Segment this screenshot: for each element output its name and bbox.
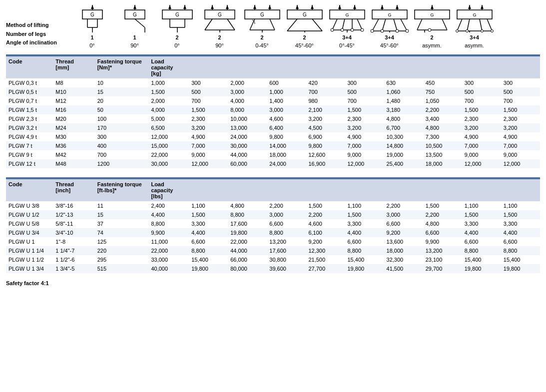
metric-cell-2-11: 700 bbox=[462, 96, 501, 105]
svg-line-77 bbox=[382, 19, 386, 31]
svg-text:G: G bbox=[388, 12, 391, 17]
imperial-cell-5-10: 13,200 bbox=[423, 246, 462, 255]
imperial-cell-4-11: 6,600 bbox=[462, 237, 501, 246]
metric-cell-8-0: PLGW 9 t bbox=[6, 150, 53, 159]
imperial-cell-5-12: 8,800 bbox=[501, 246, 540, 255]
metric-cell-5-7: 4,500 bbox=[306, 123, 345, 132]
imperial-cell-5-7: 12,300 bbox=[306, 246, 345, 255]
metric-cell-8-3: 22,000 bbox=[148, 150, 189, 159]
metric-cell-4-5: 10,000 bbox=[228, 114, 267, 123]
metric-cell-1-0: PLGW 0,5 t bbox=[6, 87, 53, 96]
imperial-cell-2-9: 6,600 bbox=[384, 219, 423, 228]
header-load: Load capacity[kg] bbox=[148, 56, 189, 78]
imperial-header-d4 bbox=[306, 179, 345, 201]
metric-cell-3-4: 1,500 bbox=[189, 105, 228, 114]
metric-cell-6-2: 300 bbox=[95, 132, 149, 141]
svg-point-83 bbox=[381, 29, 384, 32]
metric-cell-6-3: 12,000 bbox=[148, 132, 189, 141]
imperial-cell-3-12: 4,400 bbox=[501, 228, 540, 237]
svg-marker-1 bbox=[91, 5, 94, 9]
imperial-row: PLGW U 3/83/8"-16112,4001,1004,8002,2001… bbox=[6, 201, 540, 210]
metric-cell-2-1: M12 bbox=[53, 96, 94, 105]
diagram-10-angle: asymm. bbox=[465, 42, 484, 49]
imperial-cell-1-7: 2,200 bbox=[306, 210, 345, 219]
metric-cell-5-6: 6,400 bbox=[267, 123, 306, 132]
svg-line-79 bbox=[401, 19, 407, 31]
metric-cell-1-5: 3,000 bbox=[228, 87, 267, 96]
metric-cell-5-3: 6,500 bbox=[148, 123, 189, 132]
imperial-table-body: PLGW U 3/83/8"-16112,4001,1004,8002,2001… bbox=[6, 201, 540, 273]
svg-point-108 bbox=[466, 30, 468, 32]
svg-marker-35 bbox=[253, 5, 256, 9]
metric-cell-4-0: PLGW 2,3 t bbox=[6, 114, 53, 123]
diagram-3: G 2 0° bbox=[156, 5, 198, 49]
diagram-1-legs: 1 bbox=[90, 33, 93, 42]
imperial-cell-5-3: 22,000 bbox=[148, 246, 189, 255]
imperial-cell-1-2: 15 bbox=[95, 210, 149, 219]
metric-cell-3-2: 50 bbox=[95, 105, 149, 114]
metric-cell-7-12: 7,000 bbox=[501, 141, 540, 150]
imperial-cell-3-2: 74 bbox=[95, 228, 149, 237]
metric-cell-4-7: 3,200 bbox=[306, 114, 345, 123]
svg-line-102 bbox=[467, 19, 470, 31]
imperial-cell-1-5: 8,800 bbox=[228, 210, 267, 219]
metric-cell-0-9: 630 bbox=[384, 78, 423, 87]
metric-cell-1-1: M10 bbox=[53, 87, 94, 96]
header-code: Code bbox=[6, 56, 53, 78]
svg-line-104 bbox=[487, 19, 492, 31]
imperial-cell-2-5: 17,600 bbox=[228, 219, 267, 228]
imperial-cell-5-6: 17,600 bbox=[267, 246, 306, 255]
metric-cell-2-6: 1,400 bbox=[267, 96, 306, 105]
metric-row: PLGW 0,5 tM10151,5005003,0001,0007005001… bbox=[6, 87, 540, 96]
header-d1 bbox=[189, 56, 228, 78]
svg-marker-17 bbox=[183, 5, 186, 9]
metric-cell-9-1: M48 bbox=[53, 159, 94, 168]
diagram-8: G 3+4 45°-60° bbox=[368, 5, 411, 49]
imperial-cell-2-10: 4,800 bbox=[423, 219, 462, 228]
metric-cell-4-9: 4,800 bbox=[384, 114, 423, 123]
svg-line-101 bbox=[457, 19, 462, 31]
imperial-cell-0-8: 1,100 bbox=[345, 201, 384, 210]
imperial-cell-7-11: 19,800 bbox=[462, 264, 501, 273]
metric-cell-9-3: 30,000 bbox=[148, 159, 189, 168]
imperial-cell-3-0: PLGW U 3/4 bbox=[6, 228, 53, 237]
metric-cell-5-1: M24 bbox=[53, 123, 94, 132]
imperial-cell-6-2: 295 bbox=[95, 255, 149, 264]
header-d3 bbox=[267, 56, 306, 78]
metric-cell-1-6: 1,000 bbox=[267, 87, 306, 96]
svg-text:G: G bbox=[133, 12, 137, 17]
metric-cell-6-8: 4,900 bbox=[345, 132, 384, 141]
diagram-svg-3: G bbox=[160, 5, 195, 32]
imperial-header-d3 bbox=[267, 179, 306, 201]
metric-cell-9-8: 12,000 bbox=[345, 159, 384, 168]
imperial-cell-0-4: 1,100 bbox=[189, 201, 228, 210]
metric-cell-6-0: PLGW 4,9 t bbox=[6, 132, 53, 141]
imperial-cell-3-1: 3/4"-10 bbox=[53, 228, 94, 237]
safety-note: Safety factor 4:1 bbox=[6, 278, 540, 288]
svg-line-63 bbox=[357, 19, 362, 30]
metric-cell-2-3: 2,000 bbox=[148, 96, 189, 105]
imperial-cell-6-4: 15,400 bbox=[189, 255, 228, 264]
metric-cell-8-5: 44,000 bbox=[228, 150, 267, 159]
imperial-cell-2-6: 6,600 bbox=[267, 219, 306, 228]
header-d4 bbox=[306, 56, 345, 78]
imperial-header-d8 bbox=[462, 179, 501, 201]
metric-cell-6-4: 4,900 bbox=[189, 132, 228, 141]
diagram-4: G 2 90° bbox=[198, 5, 241, 49]
imperial-row: PLGW U 1/21/2"-13154,4001,5008,8003,0002… bbox=[6, 210, 540, 219]
metric-cell-8-12: 9,000 bbox=[501, 150, 540, 159]
svg-marker-25 bbox=[211, 5, 214, 9]
imperial-cell-3-3: 9,900 bbox=[148, 228, 189, 237]
diagram-5-legs: 2 bbox=[260, 33, 263, 42]
svg-marker-57 bbox=[353, 5, 356, 9]
metric-cell-4-2: 100 bbox=[95, 114, 149, 123]
svg-marker-71 bbox=[381, 5, 384, 9]
diagram-7-angle: 0°-45° bbox=[339, 42, 355, 49]
imperial-cell-7-9: 41,500 bbox=[384, 264, 423, 273]
lifting-diagrams: G 1 0° bbox=[71, 5, 540, 49]
diagram-svg-1: G bbox=[77, 5, 107, 32]
diagram-8-legs: 3+4 bbox=[385, 33, 394, 42]
metric-cell-4-8: 2,300 bbox=[345, 114, 384, 123]
imperial-cell-4-6: 13,200 bbox=[267, 237, 306, 246]
metric-cell-2-0: PLGW 0,7 t bbox=[6, 96, 53, 105]
